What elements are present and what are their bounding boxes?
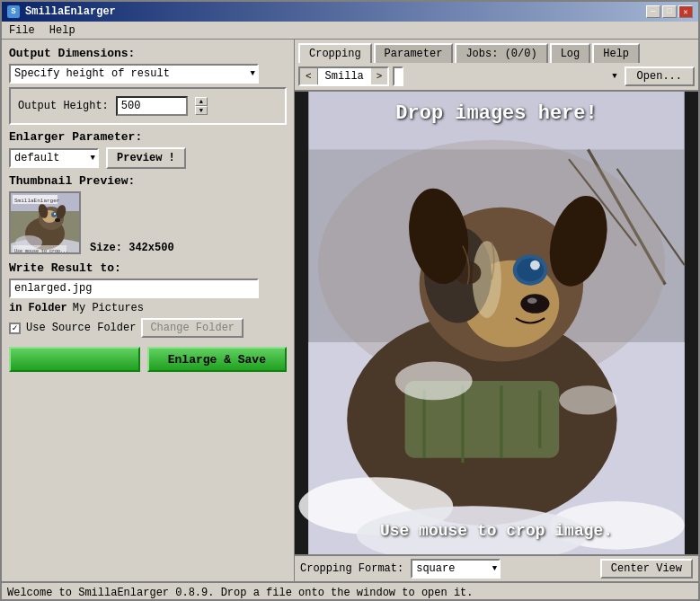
svg-point-40	[527, 298, 537, 304]
enlarger-param-label: Enlarger Parameter:	[9, 130, 287, 144]
thumbnail-section: Thumbnail Preview:	[9, 174, 287, 254]
nav-label: Smilla	[318, 68, 371, 84]
in-folder-label: in Folder	[9, 302, 67, 314]
close-button[interactable]: ✕	[678, 5, 693, 18]
output-dims-dropdown[interactable]: Specify height of result Specify width o…	[9, 64, 259, 84]
cropping-format-label: Cropping Format:	[300, 562, 403, 575]
app-icon: S	[7, 5, 20, 18]
tab-parameter[interactable]: Parameter	[374, 43, 454, 63]
svg-point-37	[530, 261, 540, 270]
thumbnail-preview: SmillaEnlarger Use mouse to crop...	[9, 191, 81, 254]
tabs-row: Cropping Parameter Jobs: (0/0) Log Help	[295, 40, 698, 63]
svg-text:Use mouse to crop...: Use mouse to crop...	[14, 249, 68, 254]
right-panel: Cropping Parameter Jobs: (0/0) Log Help …	[294, 40, 698, 581]
svg-point-11	[55, 218, 60, 222]
open-button[interactable]: Open...	[625, 66, 695, 86]
folder-name: My Pictures	[73, 302, 144, 314]
use-source-folder-checkbox[interactable]: ✓	[9, 323, 21, 334]
size-value: 342x500	[128, 242, 173, 254]
bottom-toolbar: Cropping Format: square 4:3 16:9 free Ce…	[295, 554, 698, 581]
thumbnail-label: Thumbnail Preview:	[9, 174, 287, 188]
output-dims-label: Output Dimensions:	[9, 47, 287, 60]
center-view-button[interactable]: Center View	[600, 559, 693, 579]
write-result-label: Write Result to:	[9, 261, 287, 275]
path-dropdown[interactable]	[393, 66, 403, 86]
title-bar: S SmillaEnlarger ─ □ ✕	[2, 2, 698, 22]
enlarger-dropdown[interactable]: default sharp soft	[9, 148, 99, 168]
window-controls: ─ □ ✕	[646, 5, 693, 18]
menu-help[interactable]: Help	[46, 23, 79, 38]
write-result-section: Write Result to: in Folder My Pictures ✓…	[9, 261, 287, 338]
size-prefix: Size:	[90, 242, 122, 254]
progress-bar	[9, 347, 140, 372]
tab-help[interactable]: Help	[592, 43, 640, 63]
status-text: Welcome to SmillaEnlarger 0.8.9. Drop a …	[7, 587, 473, 599]
output-height-box: Output Height: ▲ ▼	[9, 87, 287, 125]
nav-next-button[interactable]: >	[371, 68, 388, 84]
dog-image	[295, 92, 698, 554]
tab-log[interactable]: Log	[550, 43, 591, 63]
spin-up[interactable]: ▲	[195, 97, 208, 106]
nav-prev-button[interactable]: <	[300, 68, 318, 84]
thumbnail-image: SmillaEnlarger Use mouse to crop...	[11, 193, 81, 254]
use-source-folder-label: Use Source Folder	[26, 322, 136, 334]
enlarger-dropdown-wrapper: default sharp soft	[9, 148, 99, 168]
svg-point-43	[395, 361, 473, 400]
image-toolbar: < Smilla > Open...	[295, 63, 698, 92]
spin-down[interactable]: ▼	[195, 106, 208, 115]
tab-cropping[interactable]: Cropping	[298, 43, 372, 63]
image-area[interactable]: Drop images here!	[295, 92, 698, 554]
output-height-label: Output Height:	[18, 100, 109, 112]
maximize-button[interactable]: □	[662, 5, 677, 18]
tab-jobs[interactable]: Jobs: (0/0)	[455, 43, 547, 63]
cropping-format-dropdown[interactable]: square 4:3 16:9 free	[411, 559, 501, 579]
svg-point-39	[520, 294, 549, 313]
bottom-action-row: Enlarge & Save	[9, 347, 287, 372]
svg-point-7	[51, 212, 57, 217]
change-folder-button[interactable]: Change Folder	[141, 318, 244, 338]
output-height-input[interactable]	[116, 96, 188, 116]
output-dims-dropdown-wrapper: Specify height of result Specify width o…	[9, 64, 259, 84]
left-panel: Output Dimensions: Specify height of res…	[2, 40, 294, 581]
svg-point-8	[54, 213, 56, 215]
height-spinbutton: ▲ ▼	[195, 97, 208, 115]
filename-input[interactable]	[9, 278, 259, 298]
app-title: SmillaEnlarger	[25, 5, 116, 18]
smilla-nav: < Smilla >	[298, 66, 389, 86]
status-bar: Welcome to SmillaEnlarger 0.8.9. Drop a …	[2, 581, 698, 601]
svg-point-44	[559, 385, 616, 414]
menu-bar: File Help	[2, 22, 698, 40]
enlarge-save-button[interactable]: Enlarge & Save	[147, 347, 287, 372]
cropping-format-row: Cropping Format: square 4:3 16:9 free	[300, 559, 501, 579]
svg-text:SmillaEnlarger: SmillaEnlarger	[14, 198, 60, 204]
menu-file[interactable]: File	[5, 23, 39, 38]
svg-point-36	[517, 259, 544, 282]
cropping-format-dropdown-wrapper: square 4:3 16:9 free	[411, 559, 501, 579]
size-display: Size: 342x500	[90, 242, 174, 254]
output-dims-section: Output Dimensions: Specify height of res…	[9, 47, 287, 125]
preview-button[interactable]: Preview !	[106, 147, 186, 169]
minimize-button[interactable]: ─	[646, 5, 660, 18]
enlarger-param-section: Enlarger Parameter: default sharp soft P…	[9, 130, 287, 169]
path-dropdown-wrapper	[393, 66, 620, 86]
